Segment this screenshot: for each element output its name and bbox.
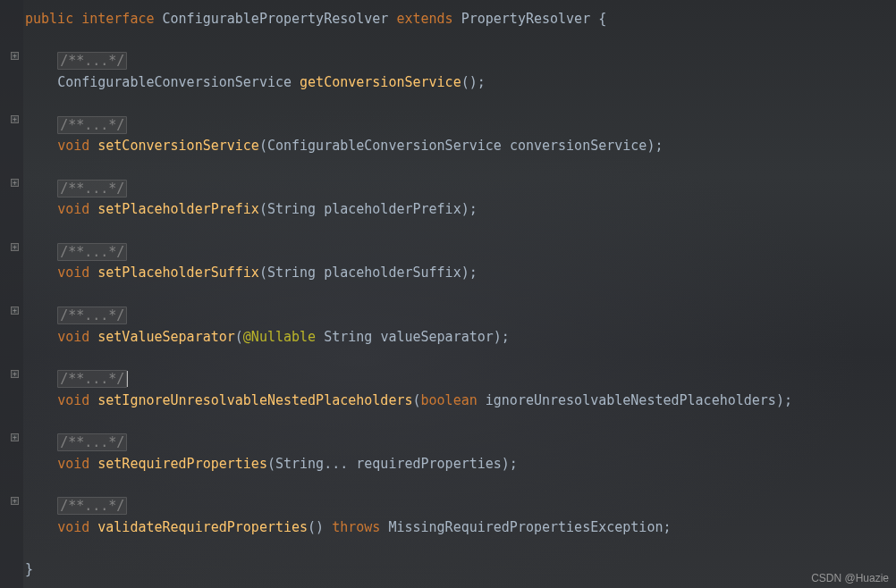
editor-gutter: + + + + + + + +: [0, 0, 23, 588]
param-type: ConfigurableConversionService: [267, 138, 502, 154]
keyword-boolean: boolean: [421, 392, 478, 408]
folded-comment[interactable]: /**...*/: [57, 52, 127, 70]
param-name: ignoreUnresolvableNestedPlaceholders: [486, 392, 776, 408]
folded-comment[interactable]: /**...*/: [57, 116, 127, 134]
close-brace: }: [25, 561, 33, 577]
code-line: /**...*/: [25, 369, 896, 391]
code-line: [25, 284, 896, 306]
code-line: void setValueSeparator(@Nullable String …: [25, 327, 896, 349]
parent-type: PropertyResolver: [461, 11, 591, 27]
method-name: setPlaceholderSuffix: [97, 265, 259, 281]
code-line: /**...*/: [25, 179, 896, 200]
keyword-void: void: [57, 392, 89, 408]
method-name: setPlaceholderPrefix: [97, 201, 259, 217]
keyword-public: public: [25, 11, 73, 27]
param-type: String: [324, 329, 372, 345]
code-line: ConfigurableConversionService getConvers…: [25, 72, 896, 94]
code-line: void validateRequiredProperties() throws…: [25, 517, 896, 539]
param-type: String: [267, 201, 316, 217]
param-name: requiredProperties: [356, 456, 502, 472]
folded-comment[interactable]: /**...*/: [57, 370, 127, 388]
method-name: setIgnoreUnresolvableNestedPlaceholders: [97, 392, 412, 408]
folded-comment[interactable]: /**...*/: [57, 433, 127, 451]
fold-icon[interactable]: +: [11, 243, 19, 251]
keyword-interface: interface: [81, 11, 154, 27]
method-name: validateRequiredProperties: [97, 519, 308, 535]
param-name: valueSeparator: [380, 329, 493, 345]
fold-icon[interactable]: +: [11, 179, 19, 187]
return-type: ConfigurableConversionService: [57, 74, 292, 90]
fold-icon[interactable]: +: [11, 497, 19, 505]
exception-type: MissingRequiredPropertiesException: [388, 519, 663, 535]
keyword-void: void: [57, 265, 89, 281]
param-type: String...: [275, 456, 348, 472]
fold-icon[interactable]: +: [11, 307, 19, 315]
fold-icon[interactable]: +: [11, 370, 19, 378]
keyword-void: void: [57, 456, 89, 472]
fold-icon[interactable]: +: [11, 52, 19, 60]
code-line: [25, 94, 896, 115]
code-line: /**...*/: [25, 242, 896, 264]
method-name: setConversionService: [97, 138, 259, 154]
code-line: /**...*/: [25, 306, 896, 327]
param-name: placeholderPrefix: [324, 201, 461, 217]
code-line: [25, 30, 896, 52]
code-line: [25, 475, 896, 496]
code-line: void setRequiredProperties(String... req…: [25, 454, 896, 475]
folded-comment[interactable]: /**...*/: [57, 497, 127, 515]
code-line: [25, 348, 896, 369]
folded-comment[interactable]: /**...*/: [57, 307, 127, 324]
code-line: /**...*/: [25, 433, 896, 454]
code-line: [25, 539, 896, 560]
code-line: [25, 157, 896, 179]
code-editor[interactable]: public interface ConfigurablePropertyRes…: [25, 9, 896, 581]
param-type: String: [267, 265, 316, 281]
code-line: }: [25, 559, 896, 581]
code-line: void setConversionService(ConfigurableCo…: [25, 136, 896, 157]
code-line: void setIgnoreUnresolvableNestedPlacehol…: [25, 391, 896, 412]
watermark-text: CSDN @Huazie: [811, 572, 889, 584]
method-name: setRequiredProperties: [97, 456, 267, 472]
param-name: placeholderSuffix: [324, 265, 461, 281]
fold-icon[interactable]: +: [11, 433, 19, 441]
code-line: /**...*/: [25, 115, 896, 137]
keyword-void: void: [57, 138, 89, 154]
annotation: @Nullable: [243, 329, 316, 345]
param-name: conversionService: [510, 138, 647, 154]
text-cursor: [127, 371, 128, 387]
interface-name: ConfigurablePropertyResolver: [163, 11, 389, 27]
code-line: void setPlaceholderSuffix(String placeho…: [25, 263, 896, 284]
open-brace: {: [598, 11, 606, 27]
code-line: [25, 411, 896, 433]
code-line: void setPlaceholderPrefix(String placeho…: [25, 199, 896, 221]
code-line: /**...*/: [25, 496, 896, 517]
keyword-void: void: [57, 519, 89, 535]
folded-comment[interactable]: /**...*/: [57, 243, 127, 261]
code-line: /**...*/: [25, 51, 896, 72]
keyword-throws: throws: [332, 519, 380, 535]
punct: ();: [461, 74, 486, 90]
folded-comment[interactable]: /**...*/: [57, 180, 127, 197]
keyword-void: void: [57, 201, 89, 217]
code-line: [25, 221, 896, 242]
method-name: setValueSeparator: [97, 329, 235, 345]
fold-icon[interactable]: +: [11, 115, 19, 123]
code-line: public interface ConfigurablePropertyRes…: [25, 9, 896, 30]
keyword-extends: extends: [396, 11, 452, 27]
keyword-void: void: [57, 329, 89, 345]
method-name: getConversionService: [300, 74, 461, 90]
